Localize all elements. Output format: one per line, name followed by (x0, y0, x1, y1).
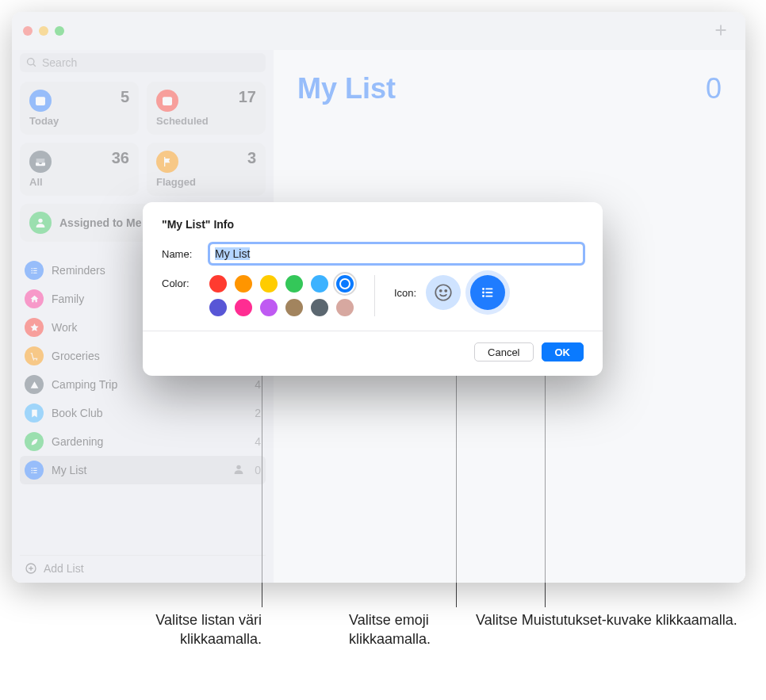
emoji-picker-button[interactable] (426, 275, 461, 310)
smart-today-count: 5 (121, 88, 129, 106)
name-label: Name: (162, 248, 209, 260)
cancel-button[interactable]: Cancel (474, 342, 533, 361)
color-swatch[interactable] (209, 275, 227, 293)
color-swatch[interactable] (285, 299, 303, 316)
star-icon (25, 318, 44, 337)
svg-point-16 (36, 359, 37, 361)
smart-scheduled[interactable]: 17 Scheduled (147, 82, 266, 135)
smart-all-label: All (29, 176, 129, 188)
page-title: My List (297, 72, 722, 105)
traffic-lights (23, 26, 64, 36)
callout-leader-3 (545, 337, 546, 607)
color-swatch[interactable] (260, 299, 278, 316)
svg-point-26 (440, 290, 442, 292)
smart-scheduled-label: Scheduled (156, 115, 256, 127)
svg-rect-29 (485, 289, 492, 290)
page-count: 0 (706, 72, 722, 105)
smart-today-label: Today (29, 115, 129, 127)
ok-button[interactable]: OK (542, 342, 584, 361)
titlebar (12, 12, 745, 50)
sidebar-list-book-club[interactable]: Book Club2 (20, 399, 266, 427)
search-input[interactable]: Search (20, 53, 266, 72)
color-swatch[interactable] (235, 299, 252, 316)
color-swatch[interactable] (260, 275, 278, 293)
svg-point-7 (167, 102, 167, 103)
list-count: 4 (255, 378, 261, 391)
svg-rect-10 (33, 268, 36, 269)
leaf-icon (25, 432, 44, 451)
sidebar-list-gardening[interactable]: Gardening4 (20, 427, 266, 456)
list-count: 2 (255, 407, 261, 419)
name-input[interactable] (209, 243, 584, 264)
person-icon (29, 212, 52, 234)
svg-point-9 (31, 267, 33, 269)
search-icon (26, 57, 37, 68)
smiley-icon (433, 282, 454, 303)
smart-flagged-label: Flagged (156, 176, 256, 188)
svg-point-5 (169, 100, 170, 101)
svg-point-17 (31, 467, 33, 469)
svg-point-30 (482, 292, 484, 294)
color-swatch[interactable] (311, 275, 328, 293)
sidebar-list-my-list[interactable]: My List0 (20, 456, 266, 484)
color-swatch[interactable] (311, 299, 328, 316)
smart-today[interactable]: 5 Today (20, 82, 139, 135)
color-label: Color: (162, 275, 209, 316)
dialog-separator (143, 331, 603, 331)
svg-point-11 (31, 270, 33, 271)
smart-scheduled-count: 17 (239, 88, 256, 106)
reminders-icon-button[interactable] (470, 275, 505, 310)
svg-point-3 (165, 100, 166, 101)
shared-icon (232, 463, 247, 478)
list-count: 0 (255, 464, 261, 476)
callout-icon: Valitse Muistutukset-kuvake klikkaamalla… (476, 610, 745, 629)
plus-icon (712, 21, 730, 39)
svg-point-32 (482, 295, 484, 297)
smart-flagged-count: 3 (247, 149, 256, 167)
svg-point-4 (167, 100, 167, 101)
list-name: Book Club (52, 407, 247, 419)
smart-all-count: 36 (112, 149, 129, 167)
svg-point-13 (31, 272, 33, 273)
add-list-button[interactable]: Add List (20, 555, 266, 578)
bookmark-icon (25, 404, 44, 423)
smart-all[interactable]: 36 All (20, 143, 139, 196)
callout-leader-2 (456, 337, 457, 607)
callout-emoji: Valitse emoji klikkaamalla. (349, 610, 468, 649)
cart-icon (25, 346, 44, 365)
list-bullet-icon (479, 284, 496, 301)
color-swatch[interactable] (209, 299, 227, 316)
svg-rect-14 (33, 272, 36, 273)
svg-rect-1 (36, 97, 45, 99)
color-swatch[interactable] (235, 275, 252, 293)
flag-icon (156, 151, 178, 173)
list-name: My List (52, 464, 224, 476)
callout-color: Valitse listan väri klikkaamalla. (79, 610, 262, 649)
icon-label: Icon: (394, 287, 416, 299)
calendar-icon (29, 90, 52, 112)
list-count: 4 (255, 435, 261, 448)
minimize-icon[interactable] (39, 26, 48, 36)
close-icon[interactable] (23, 26, 33, 36)
svg-rect-31 (485, 292, 492, 293)
search-placeholder: Search (42, 56, 77, 69)
color-swatch[interactable] (336, 275, 354, 293)
dialog-title: "My List" Info (162, 218, 584, 231)
color-swatch[interactable] (336, 299, 354, 316)
svg-point-6 (165, 102, 166, 103)
add-reminder-button[interactable] (712, 21, 730, 42)
callout-leader-1 (262, 339, 262, 607)
maximize-icon[interactable] (55, 26, 64, 36)
list-name: Camping Trip (52, 378, 247, 391)
svg-rect-12 (33, 270, 36, 270)
list-name: Gardening (52, 435, 247, 448)
list-info-dialog: "My List" Info Name: Color: Icon: Cancel… (143, 202, 603, 376)
svg-rect-2 (163, 97, 172, 105)
svg-rect-22 (33, 472, 36, 472)
smart-flagged[interactable]: 3 Flagged (147, 143, 266, 196)
tray-icon (29, 151, 52, 173)
color-swatch[interactable] (285, 275, 303, 293)
tent-icon (25, 375, 44, 394)
svg-point-8 (38, 219, 42, 223)
list-icon (25, 261, 44, 280)
